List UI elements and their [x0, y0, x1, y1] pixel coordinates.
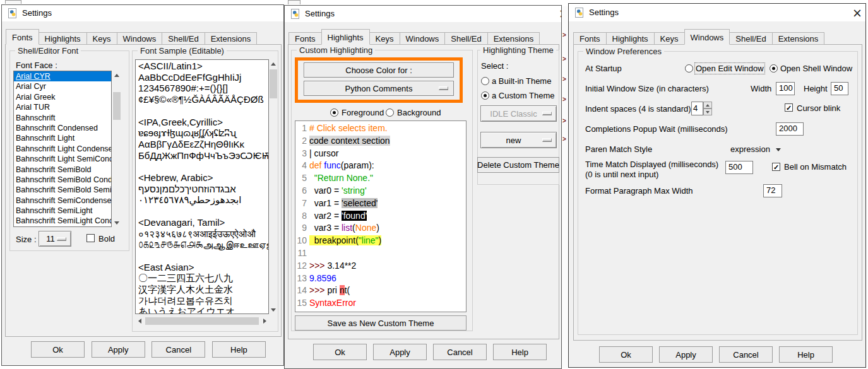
choose-color-button[interactable]: Choose Color for : — [304, 62, 454, 78]
apply-button[interactable]: Apply — [659, 346, 713, 363]
code-segment[interactable]: var1 = — [309, 198, 342, 208]
code-segment[interactable]: None — [355, 223, 376, 233]
code-segment[interactable]: "line" — [359, 235, 379, 245]
font-list-item[interactable]: Bahnschrift SemiBold Conder — [14, 175, 111, 185]
code-segment[interactable]: "Return None." — [309, 173, 373, 183]
close-icon[interactable]: × — [852, 6, 863, 19]
tab-keys[interactable]: Keys — [369, 32, 400, 45]
tab-shelled[interactable]: Shell/Ed — [162, 32, 205, 45]
titlebar[interactable]: Settings × — [285, 6, 561, 22]
code-segment[interactable]: 'found' — [342, 211, 367, 221]
font-list-scrollbar[interactable] — [112, 71, 121, 227]
builtin-theme-dropdown[interactable]: IDLE Classic — [480, 105, 557, 122]
builtin-theme-radio[interactable] — [481, 77, 489, 85]
code-segment[interactable]: var3 = — [309, 223, 342, 233]
cursor-blink-checkbox[interactable] — [785, 103, 793, 112]
font-list-item[interactable]: Bahnschrift SemiBold — [14, 165, 111, 175]
help-button[interactable]: Help — [493, 344, 547, 360]
code-segment[interactable]: 'selected' — [342, 198, 378, 208]
help-button[interactable]: Help — [779, 346, 833, 363]
code-segment[interactable]: (param): — [341, 160, 374, 170]
highlight-target-dropdown[interactable]: Python Comments — [304, 81, 454, 96]
font-list-item[interactable]: Bahnschrift SemiCondensed — [14, 196, 111, 206]
code-segment[interactable]: def — [309, 160, 324, 170]
code-segment[interactable]: SyntaxError — [309, 298, 356, 308]
scrollbar-thumb[interactable] — [270, 69, 277, 98]
tab-highlights[interactable]: Highlights — [321, 29, 370, 45]
bold-checkbox[interactable] — [86, 234, 95, 242]
spin-down-arrow[interactable] — [703, 108, 712, 115]
scrollbar-thumb[interactable] — [113, 92, 121, 120]
tab-extensions[interactable]: Extensions — [487, 32, 540, 45]
custom-theme-radio[interactable] — [481, 91, 489, 100]
titlebar[interactable]: Settings × — [569, 4, 865, 21]
font-sample-textarea[interactable]: <ASCII/Latin1> AaBbCcDdEeFfGgHhIiJj 1234… — [135, 59, 269, 314]
indent-value[interactable]: 4 — [691, 102, 703, 115]
width-input[interactable]: 100 — [776, 82, 795, 95]
tab-keys[interactable]: Keys — [86, 32, 117, 45]
tab-extensions[interactable]: Extensions — [772, 32, 825, 45]
code-segment[interactable]: ) — [379, 235, 382, 245]
font-list-item[interactable]: Bahnschrift Light SemiConde — [14, 154, 111, 164]
font-size-dropdown[interactable]: 11 — [39, 231, 71, 247]
tab-windows[interactable]: Windows — [117, 32, 163, 45]
highlight-sample-box[interactable]: 1# Click selects item.2code context sect… — [295, 120, 467, 312]
tab-fonts[interactable]: Fonts — [573, 32, 607, 45]
code-segment[interactable]: >>> — [309, 285, 325, 295]
font-list-item[interactable]: Bahnschrift SemiLight Conde — [14, 216, 111, 226]
ok-button[interactable]: Ok — [31, 341, 85, 358]
font-list-item[interactable]: Arial TUR — [14, 102, 111, 112]
tab-highlights[interactable]: Highlights — [606, 32, 655, 45]
code-segment[interactable]: list — [342, 223, 352, 233]
time-match-input[interactable]: 500 — [725, 161, 753, 174]
cancel-button[interactable]: Cancel — [433, 344, 487, 360]
apply-button[interactable]: Apply — [373, 344, 427, 360]
tab-windows[interactable]: Windows — [684, 29, 730, 45]
background-radio[interactable] — [386, 108, 394, 117]
open-edit-window-radio[interactable] — [685, 64, 693, 73]
ok-button[interactable]: Ok — [313, 344, 367, 360]
tab-fonts[interactable]: Fonts — [6, 29, 39, 45]
code-segment[interactable]: pri — [325, 285, 340, 295]
open-shell-window-radio[interactable] — [770, 64, 778, 73]
code-segment[interactable]: var2 = — [309, 211, 342, 221]
font-list-item[interactable]: Arial Greek — [14, 92, 111, 102]
font-list-item[interactable]: Arial CYR — [14, 71, 111, 81]
sample-h-scrollbar[interactable] — [135, 317, 269, 325]
font-list-item[interactable]: Bahnschrift SemiBold SemiCo — [14, 185, 111, 195]
bell-on-mismatch-checkbox[interactable] — [772, 163, 780, 171]
scroll-left-arrow[interactable] — [135, 317, 144, 325]
custom-theme-dropdown[interactable]: new — [480, 132, 557, 148]
code-segment[interactable]: code context section — [309, 136, 390, 146]
ok-button[interactable]: Ok — [599, 346, 653, 363]
code-segment[interactable]: >>> — [309, 261, 325, 271]
scroll-down-arrow[interactable] — [269, 305, 278, 314]
code-segment[interactable]: # Click selects item. — [309, 123, 388, 133]
code-segment[interactable]: t( — [345, 285, 350, 295]
foreground-radio[interactable] — [330, 108, 338, 117]
font-list-item[interactable]: Bahnschrift Light — [14, 133, 111, 143]
tab-shelled[interactable]: Shell/Ed — [729, 32, 772, 45]
scrollbar-thumb[interactable] — [145, 317, 259, 325]
cancel-button[interactable]: Cancel — [152, 341, 205, 358]
code-segment[interactable]: func — [324, 160, 340, 170]
code-segment[interactable]: | cursor — [309, 148, 338, 158]
height-input[interactable]: 50 — [831, 82, 848, 95]
code-segment[interactable]: 3.14**2 — [325, 261, 357, 271]
font-list-item[interactable]: Bahnschrift Condensed — [14, 123, 111, 133]
delete-custom-theme-button[interactable]: Delete Custom Theme — [477, 157, 559, 173]
font-list-item[interactable]: Bahnschrift — [14, 113, 111, 123]
apply-button[interactable]: Apply — [92, 341, 145, 358]
code-segment[interactable]: 9.8596 — [309, 273, 336, 283]
code-segment[interactable]: breakpoint( — [309, 235, 359, 245]
cancel-button[interactable]: Cancel — [719, 346, 773, 363]
font-face-listbox[interactable]: Arial CYRArial CyrArial GreekArial TURBa… — [13, 71, 112, 227]
indent-spinbox[interactable]: 4 — [691, 102, 712, 115]
tab-windows[interactable]: Windows — [400, 32, 446, 45]
help-button[interactable]: Help — [212, 341, 266, 358]
tab-highlights[interactable]: Highlights — [39, 32, 87, 45]
sample-v-scrollbar[interactable] — [269, 59, 278, 314]
scroll-up-arrow[interactable] — [112, 71, 121, 79]
tab-keys[interactable]: Keys — [654, 32, 685, 45]
code-segment[interactable]: ) — [376, 223, 379, 233]
